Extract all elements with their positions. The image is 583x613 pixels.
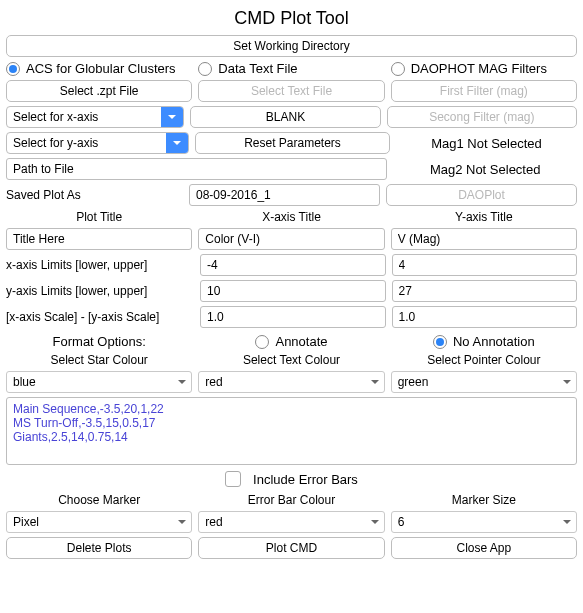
text-colour-select[interactable]: red	[198, 371, 384, 393]
radio-daophot-label: DAOPHOT MAG Filters	[411, 61, 547, 76]
plot-title-header: Plot Title	[6, 210, 192, 224]
y-lower-input[interactable]	[200, 280, 386, 302]
x-lower-input[interactable]	[200, 254, 386, 276]
radio-data-text-file[interactable]: Data Text File	[198, 61, 384, 76]
include-error-bars-checkbox[interactable]	[225, 471, 241, 487]
x-axis-title-header: X-axis Title	[198, 210, 384, 224]
y-upper-input[interactable]	[392, 280, 578, 302]
chevron-down-icon	[161, 107, 183, 127]
select-zpt-button[interactable]: Select .zpt File	[6, 80, 192, 102]
chevron-down-icon	[173, 372, 191, 392]
radio-annotate-label: Annotate	[275, 334, 327, 349]
app-title: CMD Plot Tool	[6, 8, 577, 29]
second-filter-button[interactable]: Secong Filter (mag)	[387, 106, 577, 128]
radio-annotate[interactable]: Annotate	[198, 334, 384, 349]
x-axis-select-value: Select for x-axis	[7, 110, 161, 124]
daoplot-button[interactable]: DAOPlot	[386, 184, 577, 206]
chevron-down-icon	[166, 133, 188, 153]
first-filter-button[interactable]: First Filter (mag)	[391, 80, 577, 102]
pointer-colour-select[interactable]: green	[391, 371, 577, 393]
select-text-file-button[interactable]: Select Text File	[198, 80, 384, 102]
reset-parameters-button[interactable]: Reset Parameters	[195, 132, 390, 154]
error-bar-colour-select[interactable]: red	[198, 511, 384, 533]
mag1-status: Mag1 Not Selected	[396, 136, 577, 151]
radio-text-label: Data Text File	[218, 61, 297, 76]
radio-dot-icon	[198, 62, 212, 76]
radio-no-annotation[interactable]: No Annotation	[391, 334, 577, 349]
y-limits-label: y-axis Limits [lower, upper]	[6, 284, 194, 298]
text-colour-value: red	[199, 375, 365, 389]
chevron-down-icon	[173, 512, 191, 532]
x-upper-input[interactable]	[392, 254, 578, 276]
pointer-colour-header: Select Pointer Colour	[391, 353, 577, 367]
chevron-down-icon	[558, 512, 576, 532]
y-axis-title-input[interactable]	[391, 228, 577, 250]
plot-title-input[interactable]	[6, 228, 192, 250]
x-axis-title-input[interactable]	[198, 228, 384, 250]
blank-button[interactable]: BLANK	[190, 106, 380, 128]
choose-marker-header: Choose Marker	[6, 493, 192, 507]
radio-no-annotation-label: No Annotation	[453, 334, 535, 349]
text-colour-header: Select Text Colour	[198, 353, 384, 367]
marker-size-select[interactable]: 6	[391, 511, 577, 533]
x-axis-select[interactable]: Select for x-axis	[6, 106, 184, 128]
saved-plot-as-label: Saved Plot As	[6, 188, 183, 202]
y-axis-select-value: Select for y-axis	[7, 136, 166, 150]
chevron-down-icon	[558, 372, 576, 392]
star-colour-select[interactable]: blue	[6, 371, 192, 393]
scale-label: [x-axis Scale] - [y-axis Scale]	[6, 310, 194, 324]
plot-cmd-button[interactable]: Plot CMD	[198, 537, 384, 559]
y-scale-input[interactable]	[392, 306, 578, 328]
marker-value: Pixel	[7, 515, 173, 529]
regions-textarea[interactable]	[6, 397, 577, 465]
marker-size-header: Marker Size	[391, 493, 577, 507]
marker-select[interactable]: Pixel	[6, 511, 192, 533]
radio-acs[interactable]: ACS for Globular Clusters	[6, 61, 192, 76]
delete-plots-button[interactable]: Delete Plots	[6, 537, 192, 559]
error-bar-colour-value: red	[199, 515, 365, 529]
mag2-status: Mag2 Not Selected	[393, 162, 577, 177]
radio-daophot[interactable]: DAOPHOT MAG Filters	[391, 61, 577, 76]
format-options-header: Format Options:	[6, 334, 192, 349]
x-scale-input[interactable]	[200, 306, 386, 328]
radio-dot-icon	[6, 62, 20, 76]
set-working-directory-button[interactable]: Set Working Directory	[6, 35, 577, 57]
marker-size-value: 6	[392, 515, 558, 529]
radio-dot-icon	[433, 335, 447, 349]
y-axis-title-header: Y-axis Title	[391, 210, 577, 224]
radio-acs-label: ACS for Globular Clusters	[26, 61, 176, 76]
y-axis-select[interactable]: Select for y-axis	[6, 132, 189, 154]
x-limits-label: x-axis Limits [lower, upper]	[6, 258, 194, 272]
pointer-colour-value: green	[392, 375, 558, 389]
chevron-down-icon	[366, 372, 384, 392]
star-colour-header: Select Star Colour	[6, 353, 192, 367]
include-error-bars-label: Include Error Bars	[253, 472, 358, 487]
chevron-down-icon	[366, 512, 384, 532]
close-app-button[interactable]: Close App	[391, 537, 577, 559]
radio-dot-icon	[391, 62, 405, 76]
radio-dot-icon	[255, 335, 269, 349]
star-colour-value: blue	[7, 375, 173, 389]
error-bar-colour-header: Error Bar Colour	[198, 493, 384, 507]
path-to-file-input[interactable]	[6, 158, 387, 180]
saved-plot-as-input[interactable]	[189, 184, 380, 206]
